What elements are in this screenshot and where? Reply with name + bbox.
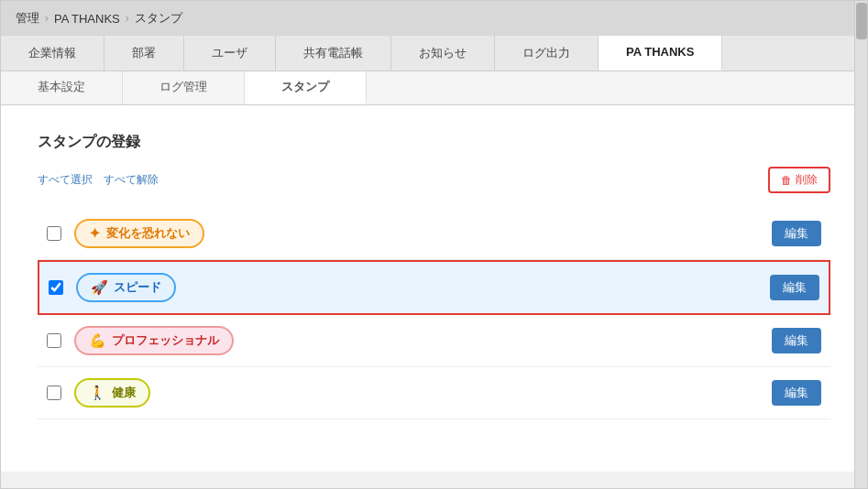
stamp-tag-4[interactable]: 🚶 健康 — [74, 378, 150, 408]
tab-log-output[interactable]: ログ出力 — [495, 36, 599, 71]
delete-icon: 🗑 — [781, 174, 792, 187]
stamp-row-selected: 🚀 スピード 編集 — [38, 260, 830, 315]
scrollbar-thumb[interactable] — [856, 3, 867, 39]
stamp-row: ✦ 変化を恐れない 編集 — [38, 208, 830, 260]
edit-button-1[interactable]: 編集 — [772, 221, 821, 246]
delete-button[interactable]: 🗑 削除 — [768, 167, 830, 193]
main-content: スタンプの登録 すべて選択 すべて解除 🗑 削除 ✦ 変化を恐れない 編集 — [1, 105, 867, 472]
toolbar-left: すべて選択 すべて解除 — [38, 172, 159, 188]
select-all-link[interactable]: すべて選択 — [38, 172, 93, 188]
edit-button-3[interactable]: 編集 — [772, 328, 821, 353]
breadcrumb: 管理 › PA THANKS › スタンプ — [1, 1, 867, 36]
stamp-list: ✦ 変化を恐れない 編集 🚀 スピード 編集 💪 プロフェッショナル — [38, 208, 830, 419]
stamp-icon-2: 🚀 — [91, 279, 108, 296]
section-title: スタンプの登録 — [38, 133, 830, 152]
stamp-row-3: 💪 プロフェッショナル 編集 — [38, 315, 830, 367]
stamp-tag-3[interactable]: 💪 プロフェッショナル — [74, 326, 234, 355]
tab-pa-thanks[interactable]: PA THANKS — [599, 36, 722, 71]
stamp-tag-2[interactable]: 🚀 スピード — [76, 273, 176, 302]
tab-company-info[interactable]: 企業情報 — [1, 36, 104, 71]
delete-label: 削除 — [796, 172, 818, 188]
breadcrumb-separator: › — [45, 12, 49, 25]
stamp-icon-1: ✦ — [89, 225, 101, 242]
stamp-label-3: プロフェッショナル — [112, 332, 219, 349]
stamp-toolbar: すべて選択 すべて解除 🗑 削除 — [38, 167, 830, 193]
stamp-checkbox-1[interactable] — [47, 226, 61, 241]
sub-navigation: 基本設定 ログ管理 スタンプ — [1, 71, 867, 105]
subtab-log-management[interactable]: ログ管理 — [123, 71, 245, 104]
stamp-label-2: スピード — [114, 279, 161, 296]
stamp-checkbox-2[interactable] — [49, 280, 63, 295]
breadcrumb-item-2: PA THANKS — [54, 12, 120, 26]
tab-department[interactable]: 部署 — [104, 36, 184, 71]
stamp-label-4: 健康 — [112, 385, 136, 401]
tab-shared-phone[interactable]: 共有電話帳 — [276, 36, 391, 71]
breadcrumb-item-1: 管理 — [16, 10, 39, 27]
breadcrumb-item-3: スタンプ — [135, 10, 182, 27]
scrollbar[interactable] — [854, 1, 867, 488]
stamp-label-1: 変化を恐れない — [106, 225, 190, 242]
deselect-all-link[interactable]: すべて解除 — [104, 172, 159, 188]
edit-button-2[interactable]: 編集 — [770, 275, 819, 300]
edit-button-4[interactable]: 編集 — [772, 380, 821, 406]
tab-notice[interactable]: お知らせ — [391, 36, 495, 71]
subtab-stamp[interactable]: スタンプ — [245, 71, 367, 104]
breadcrumb-separator-2: › — [126, 12, 129, 25]
stamp-checkbox-4[interactable] — [47, 386, 61, 400]
stamp-icon-4: 🚶 — [89, 385, 106, 401]
stamp-icon-3: 💪 — [89, 332, 106, 349]
stamp-row-4: 🚶 健康 編集 — [38, 367, 830, 419]
stamp-checkbox-3[interactable] — [47, 333, 61, 348]
subtab-basic-settings[interactable]: 基本設定 — [1, 71, 123, 104]
top-navigation: 企業情報 部署 ユーザ 共有電話帳 お知らせ ログ出力 PA THANKS — [1, 36, 867, 71]
stamp-tag-1[interactable]: ✦ 変化を恐れない — [74, 219, 204, 248]
tab-user[interactable]: ユーザ — [184, 36, 276, 71]
